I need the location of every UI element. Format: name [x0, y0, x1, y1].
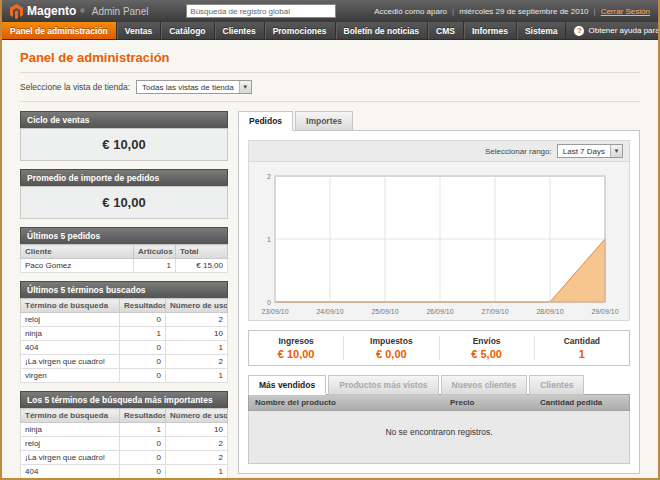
orders-chart: 01223/09/1024/09/1025/09/1026/09/1027/09…	[257, 168, 621, 318]
nav-item-sistema[interactable]: Sistema	[517, 22, 567, 39]
tab-importes[interactable]: Importes	[295, 111, 353, 131]
top-search-panel: Los 5 términos de búsqueda más important…	[20, 391, 228, 478]
last-orders-table: Cliente Artículos Total Paco Gomez 1 € 1…	[20, 244, 228, 273]
nav-item-ventas[interactable]: Ventas	[117, 22, 161, 39]
logged-in-text: Accedió como aparo	[374, 7, 447, 16]
svg-text:25/09/10: 25/09/10	[371, 308, 398, 315]
tab-pedidos[interactable]: Pedidos	[238, 111, 293, 131]
table-row[interactable]: ¡La virgen que cuadro! 0 2	[21, 451, 228, 465]
table-row[interactable]: ninja 1 10	[21, 327, 228, 341]
magento-admin-page: Magento ® Admin Panel Accedió como aparo…	[0, 0, 660, 480]
svg-text:23/09/10: 23/09/10	[261, 308, 288, 315]
svg-text:29/09/10: 29/09/10	[591, 308, 618, 315]
divider	[20, 72, 640, 73]
chevron-down-icon: ▼	[610, 145, 622, 157]
logout-link[interactable]: Cerrar Sesión	[601, 7, 650, 16]
last-orders-panel: Últimos 5 pedidos Cliente Artículos Tota…	[20, 227, 228, 273]
nav-item-clientes[interactable]: Clientes	[215, 22, 265, 39]
global-search-input[interactable]	[186, 4, 336, 18]
magento-logo: Magento ® Admin Panel	[10, 4, 148, 19]
stat-cantidad: Cantidad 1	[534, 336, 629, 360]
logo-subtitle: Admin Panel	[92, 6, 149, 17]
dashboard-left-column: Ciclo de ventas € 10,00 Promedio de impo…	[20, 111, 228, 478]
lifetime-sales-value: € 10,00	[20, 128, 228, 161]
last-search-table: Término de búsqueda Resultados Número de…	[20, 298, 228, 383]
header-user-info: Accedió como aparo | miércoles 29 de sep…	[374, 7, 650, 16]
stat-envios: Envíos € 5,00	[439, 336, 534, 360]
products-tabs: Más vendidos Productos más vistos Nuevos…	[248, 375, 630, 395]
nav-item-promociones[interactable]: Promociones	[265, 22, 336, 39]
logo-trademark: ®	[80, 8, 84, 14]
store-view-label: Seleccione la vista de tienda:	[20, 82, 130, 92]
logo-text: Magento	[27, 4, 76, 18]
store-view-row: Seleccione la vista de tienda: Todas las…	[20, 80, 640, 94]
svg-text:24/09/10: 24/09/10	[316, 308, 343, 315]
table-row[interactable]: virgen 0 1	[21, 369, 228, 383]
nav-item-dashboard[interactable]: Panel de administración	[2, 22, 117, 39]
svg-text:28/09/10: 28/09/10	[536, 308, 563, 315]
help-icon: ?	[574, 26, 584, 36]
panel-title: Promedio de importe de pedidos	[20, 169, 228, 186]
main-nav: Panel de administración Ventas Catálogo …	[2, 22, 658, 40]
chevron-down-icon: ▼	[239, 81, 251, 93]
table-row[interactable]: ninja 1 10	[21, 423, 228, 437]
tab-nuevos-clientes[interactable]: Nuevos clientes	[441, 375, 528, 395]
table-row[interactable]: reloj 0 2	[21, 437, 228, 451]
tab-mas-vendidos[interactable]: Más vendidos	[248, 375, 326, 395]
panel-title: Ciclo de ventas	[20, 111, 228, 128]
current-date: miércoles 29 de septiembre de 2010	[459, 7, 588, 16]
divider	[20, 101, 640, 102]
global-search-wrap	[154, 4, 368, 18]
table-row[interactable]: reloj 0 2	[21, 313, 228, 327]
range-select[interactable]: Last 7 Days ▼	[557, 144, 623, 158]
nav-item-cms[interactable]: CMS	[428, 22, 464, 39]
stat-impuestos: Impuestos € 0,00	[343, 336, 438, 360]
table-row[interactable]: ¡La virgen que cuadro! 0 2	[21, 355, 228, 369]
stat-ingresos: Ingresos € 10,00	[249, 336, 343, 360]
page-title: Panel de administración	[20, 50, 640, 65]
nav-item-boletin[interactable]: Boletín de noticias	[336, 22, 429, 39]
help-link[interactable]: ? Obtener ayuda para esta página	[566, 22, 660, 39]
content-area: Panel de administración Seleccione la vi…	[2, 40, 658, 478]
average-orders-panel: Promedio de importe de pedidos € 10,00	[20, 169, 228, 219]
panel-title: Últimos 5 términos buscados	[20, 281, 228, 298]
svg-text:0: 0	[267, 299, 271, 306]
table-row[interactable]: 404 0 1	[21, 341, 228, 355]
products-grid: Nombre del producto Precio Cantidad pedi…	[248, 394, 630, 464]
top-header: Magento ® Admin Panel Accedió como aparo…	[2, 0, 658, 22]
svg-text:26/09/10: 26/09/10	[426, 308, 453, 315]
panel-title: Los 5 términos de búsqueda más important…	[20, 391, 228, 408]
store-view-select[interactable]: Todas las vistas de tienda ▼	[136, 80, 252, 94]
range-label: Seleccionar rango:	[485, 147, 552, 156]
table-row[interactable]: Paco Gomez 1 € 15,00	[21, 259, 228, 273]
svg-text:2: 2	[267, 173, 271, 180]
panel-title: Últimos 5 pedidos	[20, 227, 228, 244]
top-search-table: Término de búsqueda Resultados Número de…	[20, 408, 228, 478]
chart-toolbar: Seleccionar rango: Last 7 Days ▼	[248, 140, 630, 161]
svg-text:27/09/10: 27/09/10	[481, 308, 508, 315]
orders-amounts-tabs: Pedidos Importes	[238, 111, 640, 131]
dashboard-right-column: Pedidos Importes Seleccionar rango: Last…	[238, 111, 640, 474]
help-label: Obtener ayuda para esta página	[588, 26, 660, 35]
svg-text:1: 1	[267, 236, 271, 243]
empty-records-message: No se encontraron registros.	[248, 411, 630, 464]
table-row[interactable]: 404 0 1	[21, 465, 228, 479]
products-grid-header: Nombre del producto Precio Cantidad pedi…	[248, 394, 630, 411]
chart-area: 01223/09/1024/09/1025/09/1026/09/1027/09…	[248, 161, 630, 321]
tab-productos-mas-vistos[interactable]: Productos más vistos	[328, 375, 438, 395]
magento-logo-icon	[10, 4, 23, 19]
tab-clientes[interactable]: Clientes	[529, 375, 584, 395]
nav-item-catalogo[interactable]: Catálogo	[161, 22, 214, 39]
nav-item-informes[interactable]: Informes	[464, 22, 517, 39]
lifetime-sales-panel: Ciclo de ventas € 10,00	[20, 111, 228, 161]
average-orders-value: € 10,00	[20, 186, 228, 219]
dashboard-card: Seleccionar rango: Last 7 Days ▼ 01223/0…	[238, 130, 640, 474]
totals-bar: Ingresos € 10,00 Impuestos € 0,00 Envíos…	[248, 330, 630, 366]
last-search-panel: Últimos 5 términos buscados Término de b…	[20, 281, 228, 383]
